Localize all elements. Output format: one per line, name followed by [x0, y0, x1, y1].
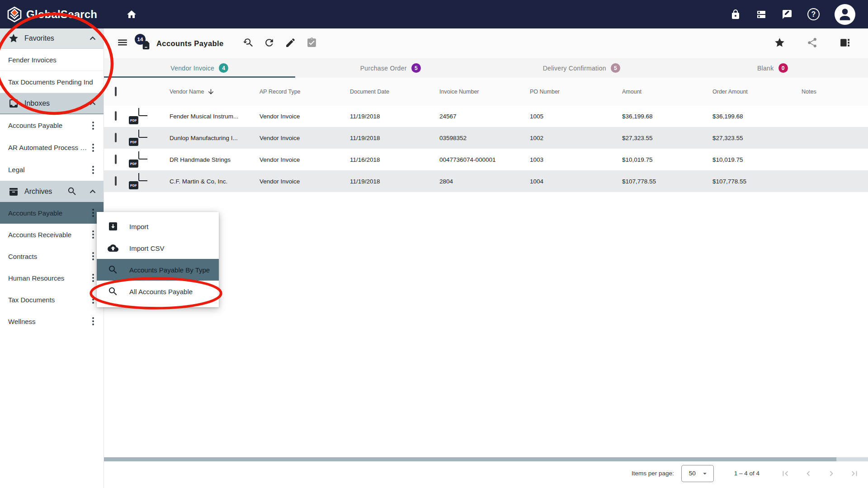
inbox-icon [8, 98, 19, 109]
items-per-page-select[interactable]: 50 [681, 465, 714, 482]
kebab-menu-button[interactable] [89, 164, 97, 175]
cell-vendor-name: DR Handmade Strings [170, 156, 231, 163]
share-button[interactable] [802, 37, 823, 50]
section-label: Archives [24, 188, 52, 196]
row-checkbox[interactable] [115, 176, 117, 186]
sort-descending-icon[interactable] [207, 88, 215, 95]
kebab-menu-button[interactable] [89, 207, 97, 218]
select-all-checkbox[interactable] [115, 87, 117, 96]
cell-amount: $107,778.55 [622, 178, 656, 185]
row-checkbox[interactable] [115, 155, 117, 164]
page-range-label: 1 – 4 of 4 [734, 470, 760, 477]
clipboard-check-icon [306, 37, 317, 48]
next-page-button[interactable] [826, 469, 836, 479]
column-header-ap-record-type[interactable]: AP Record Type [259, 89, 301, 95]
brand-name: GlobalSearch [26, 8, 97, 21]
split-view-icon [839, 37, 850, 48]
kebab-menu-button[interactable] [89, 120, 97, 131]
sidebar-item-tax-documents-pending[interactable]: Tax Documents Pending Inde… [0, 71, 104, 93]
help-button[interactable]: ? [807, 8, 820, 20]
column-header-order-amount[interactable]: Order Amount [712, 89, 748, 95]
column-header-notes[interactable]: Notes [802, 89, 816, 95]
first-page-button[interactable] [780, 469, 790, 479]
items-per-page-value: 50 [689, 470, 701, 477]
column-header-vendor-name[interactable]: Vendor Name [170, 88, 215, 95]
edit-button[interactable] [280, 37, 301, 50]
column-header-invoice-number[interactable]: Invoice Number [439, 89, 479, 95]
archive-item-human-resources[interactable]: Human Resources [0, 267, 104, 289]
cell-vendor-name: Dunlop Manufacturing I... [170, 135, 238, 141]
chevron-up-icon [88, 187, 98, 197]
archive-item-accounts-payable[interactable]: Accounts Payable [0, 202, 104, 224]
inbox-item-ar-automated-process[interactable]: AR Automated Process … [0, 136, 104, 159]
tab-count-badge: 0 [778, 63, 788, 73]
refresh-button[interactable] [259, 37, 280, 50]
sidebar-section-archives[interactable]: Archives [0, 181, 104, 202]
tab-delivery-confirmation[interactable]: Delivery Confirmation 5 [486, 58, 677, 78]
cell-order-amount: $27,323.55 [712, 135, 743, 141]
split-view-button[interactable] [834, 37, 855, 50]
previous-page-button[interactable] [803, 469, 813, 479]
menu-item-import-csv[interactable]: Import CSV [97, 237, 219, 259]
topbar: GlobalSearch ? [0, 0, 868, 28]
cell-vendor-name: C.F. Martin & Co, Inc. [170, 178, 227, 185]
tab-purchase-order[interactable]: Purchase Order 5 [295, 58, 486, 78]
scrollbar-thumb[interactable] [104, 457, 836, 461]
menu-button[interactable] [117, 37, 128, 50]
table-row[interactable]: PDF Fender Musical Instrum... Vendor Inv… [104, 105, 868, 127]
menu-item-import[interactable]: Import [97, 216, 219, 237]
horizontal-scrollbar [104, 457, 868, 461]
cell-invoice-number: 03598352 [439, 135, 467, 141]
column-header-amount[interactable]: Amount [622, 89, 642, 95]
storage-icon [756, 9, 767, 20]
home-button[interactable] [126, 9, 137, 20]
kebab-menu-button[interactable] [89, 272, 97, 283]
archive-item-contracts[interactable]: Contracts [0, 245, 104, 267]
import-box-icon [108, 221, 118, 232]
search-icon[interactable] [67, 186, 77, 197]
kebab-menu-button[interactable] [89, 316, 97, 327]
pencil-icon [285, 37, 296, 48]
tasks-button[interactable] [301, 37, 322, 50]
last-page-button[interactable] [849, 469, 859, 479]
sidebar: Favorites Fender Invoices Tax Documents … [0, 28, 104, 488]
row-checkbox[interactable] [115, 111, 117, 121]
sidebar-section-inboxes[interactable]: Inboxes [0, 93, 104, 114]
table-row[interactable]: PDF C.F. Martin & Co, Inc. Vendor Invoic… [104, 170, 868, 192]
search-icon [108, 264, 118, 275]
favorite-button[interactable] [769, 37, 790, 50]
kebab-menu-button[interactable] [89, 294, 97, 305]
kebab-menu-button[interactable] [89, 229, 97, 240]
sidebar-item-fender-invoices[interactable]: Fender Invoices [0, 49, 104, 71]
inbox-item-legal[interactable]: Legal [0, 159, 104, 181]
lock-button[interactable] [730, 9, 741, 20]
globalsearch-logo-icon [6, 6, 23, 23]
cell-ap-record-type: Vendor Invoice [259, 113, 300, 120]
cell-po-number: 1003 [530, 156, 543, 163]
menu-item-all-accounts-payable[interactable]: All Accounts Payable [97, 281, 219, 302]
archive-item-tax-documents[interactable]: Tax Documents [0, 289, 104, 310]
row-checkbox[interactable] [115, 133, 117, 142]
archive-item-wellness[interactable]: Wellness [0, 310, 104, 332]
star-icon [774, 37, 785, 48]
kebab-menu-button[interactable] [89, 251, 97, 262]
table-row[interactable]: PDF DR Handmade Strings Vendor Invoice 1… [104, 149, 868, 170]
column-header-po-number[interactable]: PO Number [530, 89, 560, 95]
column-header-document-date[interactable]: Document Date [350, 89, 389, 95]
tab-vendor-invoice[interactable]: Vendor Invoice 4 [104, 58, 295, 78]
databases-button[interactable] [756, 9, 767, 20]
sidebar-section-favorites[interactable]: Favorites [0, 28, 104, 49]
globalsearch-app: GlobalSearch ? Favorites [0, 0, 868, 488]
account-avatar[interactable] [835, 4, 855, 25]
kebab-menu-button[interactable] [89, 142, 97, 153]
inbox-item-accounts-payable[interactable]: Accounts Payable [0, 114, 104, 136]
table-row[interactable]: PDF Dunlop Manufacturing I... Vendor Inv… [104, 127, 868, 149]
search-again-button[interactable] [237, 37, 259, 50]
archive-item-accounts-receivable[interactable]: Accounts Receivable [0, 224, 104, 245]
lock-icon [730, 9, 741, 20]
share-icon [807, 37, 818, 48]
tab-blank[interactable]: Blank 0 [677, 58, 868, 78]
menu-item-accounts-payable-by-type[interactable]: Accounts Payable By Type [97, 259, 219, 281]
feedback-button[interactable] [782, 9, 793, 20]
cell-order-amount: $10,019.75 [712, 156, 743, 163]
